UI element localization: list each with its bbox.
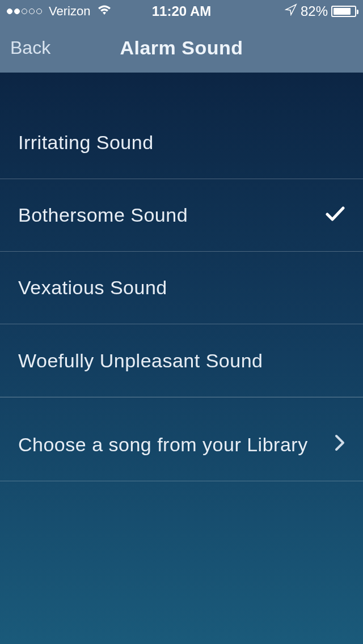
choose-library-song-row[interactable]: Choose a song from your Library	[0, 409, 363, 481]
status-left: Verizon	[7, 3, 112, 19]
navigation-bar: Back Alarm Sound	[0, 23, 363, 73]
sound-option-row[interactable]: Vexatious Sound	[0, 252, 363, 324]
battery-icon	[331, 6, 356, 17]
signal-strength-icon	[7, 9, 42, 14]
battery-fill	[334, 8, 351, 15]
location-icon	[285, 3, 297, 19]
status-bar: Verizon 11:20 AM 82%	[0, 0, 363, 23]
sound-list: Irritating SoundBothersome SoundVexatiou…	[0, 107, 363, 397]
library-section: Choose a song from your Library	[0, 397, 363, 481]
sound-option-row[interactable]: Woefully Unpleasant Sound	[0, 324, 363, 397]
carrier-label: Verizon	[49, 4, 90, 19]
wifi-icon	[97, 3, 112, 19]
chevron-right-icon	[335, 434, 345, 456]
status-time: 11:20 AM	[152, 3, 211, 19]
status-right: 82%	[285, 3, 356, 19]
sound-option-label: Vexatious Sound	[18, 277, 345, 299]
sound-option-row[interactable]: Irritating Sound	[0, 107, 363, 179]
page-title: Alarm Sound	[120, 37, 243, 59]
sound-option-row[interactable]: Bothersome Sound	[0, 179, 363, 252]
checkmark-icon	[326, 204, 345, 226]
content: Irritating SoundBothersome SoundVexatiou…	[0, 73, 363, 481]
library-row-label: Choose a song from your Library	[18, 434, 308, 456]
battery-percent: 82%	[301, 3, 328, 19]
sound-option-label: Irritating Sound	[18, 132, 345, 154]
sound-option-label: Bothersome Sound	[18, 204, 326, 226]
back-button[interactable]: Back	[10, 37, 50, 58]
sound-option-label: Woefully Unpleasant Sound	[18, 350, 345, 372]
